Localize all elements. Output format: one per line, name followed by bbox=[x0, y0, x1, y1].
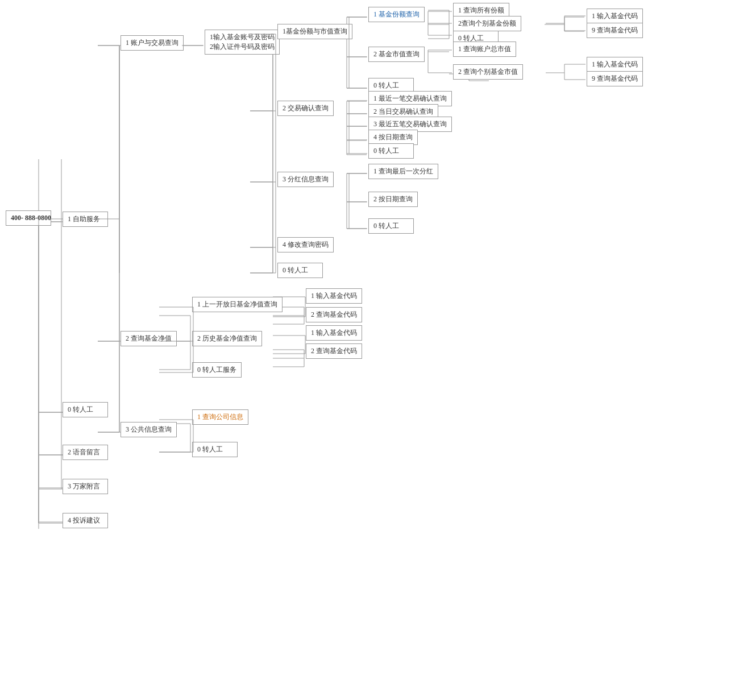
l3-fund-share-market: 1基金份额与市值查询 bbox=[277, 24, 352, 39]
l2-account-query: 1 账户与交易查询 bbox=[121, 35, 184, 51]
input-fund-code-nav1: 1 输入基金代码 bbox=[306, 288, 362, 304]
history-nav-query: 2 历史基金净值查询 bbox=[192, 331, 262, 346]
l1-self-service: 1 自助服务 bbox=[63, 212, 108, 227]
connector-lines-2 bbox=[0, 0, 716, 682]
connector-lines bbox=[0, 0, 716, 682]
last-open-nav-query: 1 上一开放日基金净值查询 bbox=[192, 297, 283, 312]
input-fund-code-nav2: 1 输入基金代码 bbox=[306, 325, 362, 341]
date-query-dividend: 2 按日期查询 bbox=[368, 192, 418, 207]
date-query-transaction: 4 按日期查询 bbox=[368, 130, 418, 145]
dividend-transfer-human: 0 转人工 bbox=[368, 218, 414, 234]
query-fund-code-2: 9 查询基金代码 bbox=[587, 71, 643, 86]
diagram-container: 400- 888-0800 1 自助服务 0 转人工 2 语音留言 3 万家附言… bbox=[0, 0, 735, 700]
l1-wanjia: 3 万家附言 bbox=[63, 479, 108, 494]
l3-modify-password: 4 修改查询密码 bbox=[277, 237, 334, 252]
l2-nav-query: 2 查询基金净值 bbox=[121, 331, 177, 346]
l1-complaint: 4 投诉建议 bbox=[63, 513, 108, 528]
input-fund-code-2: 1 输入基金代码 bbox=[587, 57, 643, 72]
input-fund-code-1: 1 输入基金代码 bbox=[587, 9, 643, 24]
public-transfer-human: 0 转人工 bbox=[192, 442, 238, 457]
transaction-transfer-human: 0 转人工 bbox=[368, 143, 414, 159]
l3-dividend-info: 3 分红信息查询 bbox=[277, 172, 334, 187]
nav-transfer-human: 0 转人工服务 bbox=[192, 362, 242, 378]
input-credentials: 1输入基金账号及密码2输入证件号码及密码 bbox=[205, 30, 280, 55]
fund-market-query: 2 基金市值查询 bbox=[368, 47, 425, 62]
query-individual-market: 2 查询个别基金市值 bbox=[453, 64, 523, 80]
query-fund-code-nav1: 2 查询基金代码 bbox=[306, 307, 362, 322]
query-company-info: 1 查询公司信息 bbox=[192, 409, 248, 425]
root-node: 400- 888-0800 bbox=[6, 210, 51, 226]
query-fund-code-1: 9 查询基金代码 bbox=[587, 23, 643, 38]
query-fund-code-nav2: 2 查询基金代码 bbox=[306, 343, 362, 359]
l1-transfer-human: 0 转人工 bbox=[63, 402, 108, 417]
l3-transfer-human: 0 转人工 bbox=[277, 263, 323, 278]
fund-share-query: 1 基金份额查询 bbox=[368, 7, 425, 22]
l3-transaction-confirm: 2 交易确认查询 bbox=[277, 101, 334, 116]
l2-public-info: 3 公共信息查询 bbox=[121, 422, 177, 437]
last-dividend-query: 1 查询最后一次分红 bbox=[368, 164, 438, 179]
query-individual-share: 2查询个别基金份额 bbox=[453, 16, 521, 31]
l1-voice-message: 2 语音留言 bbox=[63, 445, 108, 460]
query-account-total-market: 1 查询账户总市值 bbox=[453, 42, 516, 57]
